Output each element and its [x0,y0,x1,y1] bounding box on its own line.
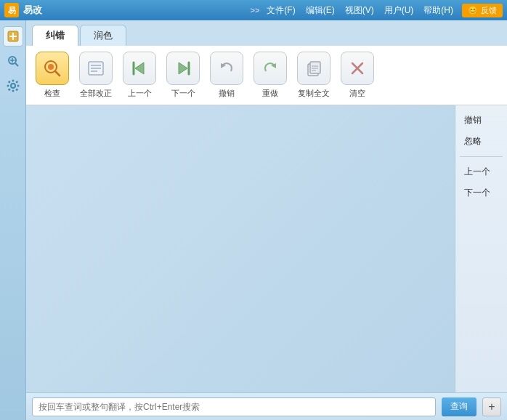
menu-user[interactable]: 用户(U) [384,4,414,17]
feedback-icon: 😊 [468,6,478,15]
undo-label: 撤销 [219,88,235,99]
copy-all-button[interactable]: 复制全文 [295,52,333,99]
undo-icon [210,52,243,85]
svg-point-15 [8,89,10,91]
next-icon [166,52,200,85]
main-panel: 撤销 忽略 上一个 下一个 [26,105,507,392]
right-undo[interactable]: 撤销 [460,111,503,129]
right-panel: 撤销 忽略 上一个 下一个 [455,105,507,392]
sidebar-zoom-icon[interactable] [3,51,23,71]
app-logo: 易 [4,3,19,17]
check-label: 检查 [44,88,60,99]
title-menu: 文件(F) 编辑(E) 视图(V) 用户(U) 帮助(H) [267,4,453,17]
prev-icon [123,52,156,85]
add-button[interactable]: + [482,397,501,416]
svg-point-17 [48,64,54,70]
prev-button[interactable]: 上一个 [121,52,158,99]
svg-line-18 [55,71,60,76]
next-label: 下一个 [171,88,195,99]
svg-point-11 [17,85,19,87]
svg-point-8 [12,80,14,82]
sidebar-edit-icon[interactable] [3,26,23,47]
svg-marker-23 [135,62,144,74]
clear-button[interactable]: 清空 [338,52,376,99]
title-arrows: >> [250,6,259,15]
fix-all-label: 全部改正 [80,88,112,99]
svg-point-7 [11,84,15,88]
feedback-label: 反馈 [481,5,497,16]
check-icon [36,52,69,85]
feedback-button[interactable]: 😊 反馈 [462,4,503,17]
toolbar: 检查 全部改正 [26,46,507,105]
svg-point-9 [12,90,14,92]
fix-all-icon [79,52,113,85]
fix-all-button[interactable]: 全部改正 [77,52,115,99]
svg-point-12 [8,81,10,83]
redo-button[interactable]: 重做 [251,52,289,99]
query-button[interactable]: 查询 [442,397,476,416]
redo-icon [254,52,287,85]
copy-all-label: 复制全文 [298,88,330,99]
next-button[interactable]: 下一个 [164,52,202,99]
right-next[interactable]: 下一个 [460,184,503,202]
svg-point-13 [15,89,17,91]
redo-label: 重做 [262,88,278,99]
tab-jiucuo[interactable]: 纠错 [32,25,78,46]
right-ignore[interactable]: 忽略 [460,132,503,150]
content-area: 纠错 润色 检查 [26,20,507,420]
prev-label: 上一个 [128,88,152,99]
tab-runse[interactable]: 润色 [80,25,126,46]
undo-button[interactable]: 撤销 [208,52,246,99]
work-area[interactable] [26,105,455,392]
svg-point-14 [15,81,17,83]
app-title: 易改 [23,4,250,17]
menu-view[interactable]: 视图(V) [345,4,374,17]
svg-point-10 [7,85,9,87]
title-bar: 易 易改 >> 文件(F) 编辑(E) 视图(V) 用户(U) 帮助(H) 😊 … [0,0,507,20]
menu-help[interactable]: 帮助(H) [423,4,453,17]
clear-icon [341,52,374,85]
search-input[interactable] [32,397,436,416]
clear-label: 清空 [349,88,365,99]
sidebar-settings-icon[interactable] [3,76,23,96]
svg-marker-25 [179,62,187,74]
tabs-bar: 纠错 润色 [26,20,507,46]
copy-all-icon [297,52,330,85]
svg-rect-30 [310,62,320,73]
main-layout: 纠错 润色 检查 [0,20,507,420]
bottom-bar: 查询 + [26,392,507,420]
right-prev[interactable]: 上一个 [460,163,503,181]
menu-file[interactable]: 文件(F) [267,4,295,17]
left-sidebar [0,20,26,420]
right-separator [460,156,503,157]
svg-line-4 [15,63,18,66]
check-button[interactable]: 检查 [33,52,71,99]
menu-edit[interactable]: 编辑(E) [306,4,335,17]
